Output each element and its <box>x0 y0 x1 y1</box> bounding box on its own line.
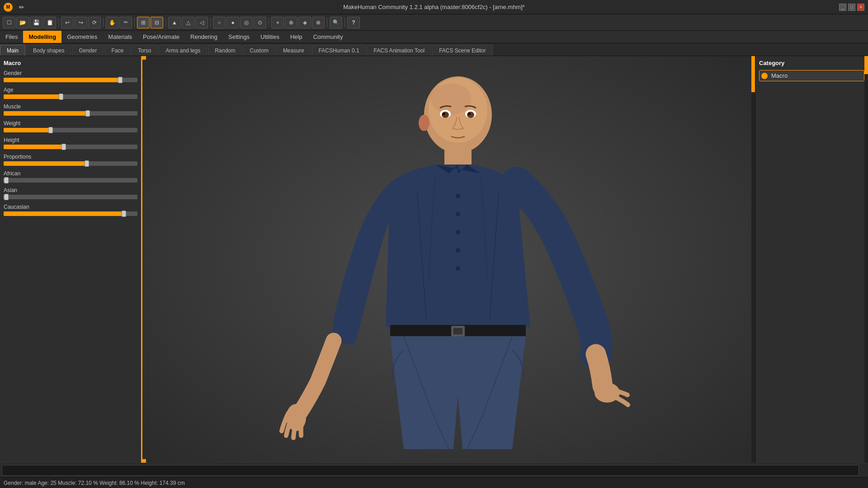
tab-main[interactable]: Main <box>0 45 25 56</box>
window-title: MakeHuman Community 1.2.1 alpha (master:… <box>343 4 525 10</box>
maximize-button[interactable]: □ <box>848 4 855 11</box>
gender-track[interactable] <box>4 78 137 82</box>
age-handle <box>59 94 63 100</box>
command-input[interactable] <box>2 465 859 476</box>
minimize-button[interactable]: _ <box>839 4 846 11</box>
caucasian-fill <box>4 211 124 216</box>
close-button[interactable]: ✕ <box>857 4 864 11</box>
menu-geometries[interactable]: Geometries <box>61 31 103 43</box>
grab-button[interactable]: ✋ <box>106 17 118 28</box>
tool3-button[interactable]: ◈ <box>298 17 311 28</box>
asian-slider-group: Asian <box>4 187 137 199</box>
sphere2-button[interactable]: ● <box>226 17 239 28</box>
gender-fill <box>4 78 120 82</box>
menu-materials[interactable]: Materials <box>103 31 137 43</box>
caucasian-track[interactable] <box>4 211 137 216</box>
save-file-button[interactable]: 💾 <box>30 17 42 28</box>
tool1-button[interactable]: ⌖ <box>271 17 284 28</box>
right-panel: Category Macro <box>755 56 868 463</box>
open-file-button[interactable]: 📂 <box>16 17 29 28</box>
menu-help[interactable]: Help <box>285 31 308 43</box>
svg-point-8 <box>456 266 460 271</box>
grid2-button[interactable]: ⊟ <box>151 17 163 28</box>
search-button[interactable]: 🔍 <box>330 17 342 28</box>
toolbar-separator-1 <box>58 18 59 27</box>
height-handle <box>61 144 66 150</box>
caucasian-label: Caucasian <box>4 204 137 210</box>
weight-label: Weight <box>4 120 137 127</box>
undo-button[interactable]: ↩ <box>61 17 74 28</box>
muscle-track[interactable] <box>4 111 137 116</box>
toolbar: ☐ 📂 💾 📋 ↩ ↪ ⟳ ✋ ✏ ⊞ ⊟ ▲ △ ◁ ○ ● ◎ ⊙ ⌖ ⊕ … <box>0 14 868 31</box>
svg-point-6 <box>456 230 460 235</box>
sphere3-button[interactable]: ◎ <box>240 17 253 28</box>
tab-random[interactable]: Random <box>208 45 242 56</box>
gender-slider-group: Gender <box>4 70 137 82</box>
toolbar-separator-2 <box>103 18 104 27</box>
tool4-button[interactable]: ⊗ <box>312 17 325 28</box>
tool2-button[interactable]: ⊕ <box>285 17 297 28</box>
age-slider-group: Age <box>4 87 137 99</box>
sphere-button[interactable]: ○ <box>213 17 226 28</box>
viewport-scrollbar-thumb[interactable] <box>751 56 755 92</box>
asian-label: Asian <box>4 187 137 193</box>
height-label: Height <box>4 137 137 143</box>
svg-point-18 <box>467 112 474 118</box>
right-panel-scrollbar-thumb[interactable] <box>864 56 868 74</box>
tab-measure[interactable]: Measure <box>276 45 311 56</box>
edit-icon-titlebar[interactable]: ✏ <box>15 1 28 13</box>
muscle-slider-group: Muscle <box>4 103 137 116</box>
asian-track[interactable] <box>4 195 137 199</box>
shape3-button[interactable]: ◁ <box>195 17 208 28</box>
rotate-button[interactable]: ⟳ <box>88 17 101 28</box>
menu-files[interactable]: Files <box>0 31 23 43</box>
tab-facshuman[interactable]: FACSHuman 0.1 <box>312 45 366 56</box>
menubar: Files Modelling Geometries Materials Pos… <box>0 31 868 43</box>
tab-custom[interactable]: Custom <box>243 45 275 56</box>
tab-face[interactable]: Face <box>104 45 130 56</box>
category-dot <box>761 73 768 79</box>
menu-rendering[interactable]: Rendering <box>185 31 223 43</box>
weight-handle <box>48 127 53 133</box>
tab-gender[interactable]: Gender <box>72 45 104 56</box>
proportions-track[interactable] <box>4 161 137 166</box>
brush-button[interactable]: ✏ <box>119 17 132 28</box>
right-panel-scrollbar[interactable] <box>864 56 868 463</box>
help-button[interactable]: ? <box>347 17 360 28</box>
shape1-button[interactable]: ▲ <box>168 17 181 28</box>
app-logo: M <box>4 3 13 12</box>
menu-pose-animate[interactable]: Pose/Animate <box>137 31 185 43</box>
shape2-button[interactable]: △ <box>182 17 194 28</box>
category-macro-label: Macro <box>771 72 788 79</box>
category-macro-item[interactable]: Macro <box>759 70 864 81</box>
new-file-button[interactable]: ☐ <box>3 17 15 28</box>
menu-community[interactable]: Community <box>308 31 349 43</box>
tab-body-shapes[interactable]: Body shapes <box>26 45 71 56</box>
svg-point-19 <box>468 113 471 115</box>
height-fill <box>4 145 64 149</box>
tab-arms-and-legs[interactable]: Arms and legs <box>159 45 207 56</box>
main-layout: Macro Gender Age Muscle <box>0 56 868 463</box>
titlebar-left: M ✏ <box>4 1 28 13</box>
age-track[interactable] <box>4 94 137 99</box>
save-as-button[interactable]: 📋 <box>43 17 56 28</box>
redo-button[interactable]: ↪ <box>75 17 87 28</box>
tabbar: Main Body shapes Gender Face Torso Arms … <box>0 43 868 56</box>
viewport[interactable] <box>142 56 755 463</box>
caucasian-slider-group: Caucasian <box>4 204 137 216</box>
african-track[interactable] <box>4 178 137 183</box>
menu-utilities[interactable]: Utilities <box>255 31 285 43</box>
menu-settings[interactable]: Settings <box>223 31 255 43</box>
sphere4-button[interactable]: ⊙ <box>254 17 266 28</box>
asian-handle <box>4 194 9 200</box>
menu-modelling[interactable]: Modelling <box>23 31 61 43</box>
weight-track[interactable] <box>4 128 137 132</box>
tab-facs-animation[interactable]: FACS Animation Tool <box>367 45 432 56</box>
tab-torso[interactable]: Torso <box>131 45 158 56</box>
proportions-handle <box>85 160 89 167</box>
proportions-slider-group: Proportions <box>4 154 137 166</box>
viewport-scrollbar[interactable] <box>751 56 755 463</box>
tab-facs-scene[interactable]: FACS Scene Editor <box>432 45 492 56</box>
grid-button[interactable]: ⊞ <box>137 17 150 28</box>
height-track[interactable] <box>4 145 137 149</box>
